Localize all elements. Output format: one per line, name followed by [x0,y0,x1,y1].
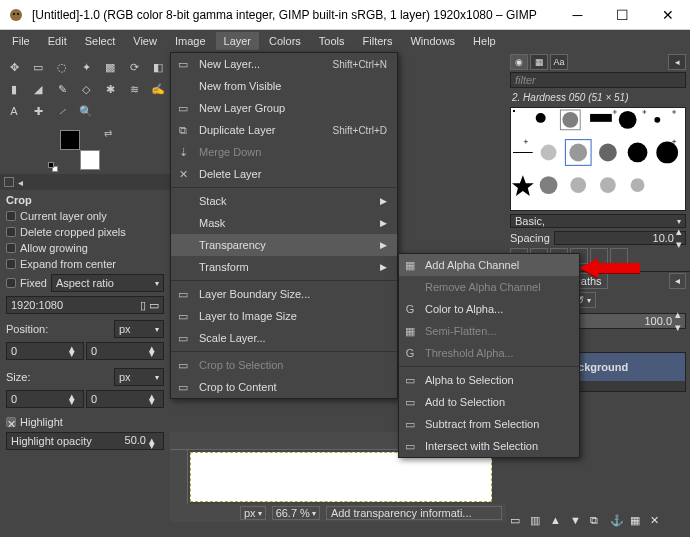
fg-color-swatch[interactable] [60,130,80,150]
tool-clone-icon[interactable]: ✱ [98,78,122,100]
chk-allow-growing[interactable] [6,243,16,253]
tool-free-select-icon[interactable]: ◌ [50,56,74,78]
submenu-item-intersect-with-selection[interactable]: ▭Intersect with Selection [399,435,579,457]
layer-up-icon[interactable]: ▲ [550,514,568,530]
layer-mask-icon[interactable]: ▦ [630,514,648,530]
menu-item-stack[interactable]: Stack▶ [171,190,397,212]
menu-item-transparency[interactable]: Transparency▶ [171,234,397,256]
menu-item-layer-boundary-size-[interactable]: ▭Layer Boundary Size... [171,283,397,305]
layer-delete-icon[interactable]: ✕ [650,514,668,530]
default-colors-icon[interactable] [48,162,58,172]
chk-delete-cropped[interactable] [6,227,16,237]
menu-tools[interactable]: Tools [311,32,353,50]
tool-measure-icon[interactable]: ⟋ [50,100,74,122]
size-y-field[interactable]: 0▴▾ [86,390,164,408]
tool-pencil-icon[interactable]: ✎ [50,78,74,100]
layer-new-icon[interactable]: ▭ [510,514,528,530]
tool-heal-icon[interactable]: ✚ [26,100,50,122]
chk-expand-center[interactable] [6,259,16,269]
position-unit-select[interactable]: px▾ [114,320,164,338]
layer-dup-icon[interactable]: ⧉ [590,514,608,530]
size-x-field[interactable]: 0▴▾ [6,390,84,408]
aspect-ratio-field[interactable]: 1920:1080 ▯▭ [6,296,164,314]
tool-path-icon[interactable]: ✍ [146,78,170,100]
brush-preset-select[interactable]: Basic,▾ [510,214,686,228]
submenu-item-add-to-selection[interactable]: ▭Add to Selection [399,391,579,413]
tool-crop-icon[interactable]: ▩ [98,56,122,78]
tab-fonts-icon[interactable]: Aa [550,54,568,70]
menu-item-crop-to-content[interactable]: ▭Crop to Content [171,376,397,398]
menu-item-duplicate-layer[interactable]: ⧉Duplicate LayerShift+Ctrl+D [171,119,397,141]
maximize-button[interactable]: ☐ [600,0,645,29]
fixed-mode-select[interactable]: Aspect ratio▾ [51,274,164,292]
chk-highlight[interactable]: ✕ [6,417,16,427]
menu-item-new-from-visible[interactable]: New from Visible [171,75,397,97]
brush-grid[interactable] [510,107,686,211]
tool-rect-select-icon[interactable]: ▭ [26,56,50,78]
menu-item-icon [175,215,191,231]
menu-item-scale-layer-[interactable]: ▭Scale Layer... [171,327,397,349]
canvas-unit-select[interactable]: px▾ [240,506,266,520]
tool-gradient-icon[interactable]: ◢ [26,78,50,100]
tool-move-icon[interactable]: ✥ [2,56,26,78]
brush-filter-input[interactable]: filter [510,72,686,88]
tool-options-tab[interactable]: ◂ [0,174,170,190]
canvas-page[interactable] [190,452,492,502]
tool-smudge-icon[interactable]: ≋ [122,78,146,100]
pos-y-field[interactable]: 0▴▾ [86,342,164,360]
chk-fixed[interactable] [6,278,16,288]
size-unit-select[interactable]: px▾ [114,368,164,386]
tool-text-icon[interactable]: A [2,100,26,122]
pos-x-field[interactable]: 0▴▾ [6,342,84,360]
menu-item-mask[interactable]: Mask▶ [171,212,397,234]
canvas-zoom-select[interactable]: 66.7 %▾ [272,506,320,520]
menu-help[interactable]: Help [465,32,504,50]
submenu-item-subtract-from-selection[interactable]: ▭Subtract from Selection [399,413,579,435]
close-button[interactable]: ✕ [645,0,690,29]
tool-warp-icon[interactable]: ◧ [146,56,170,78]
menu-view[interactable]: View [125,32,165,50]
layer-merge-icon[interactable]: ⚓ [610,514,628,530]
tool-bucket-icon[interactable]: ▮ [2,78,26,100]
brush-selected-label: 2. Hardness 050 (51 × 51) [506,90,690,105]
submenu-item-color-to-alpha-[interactable]: GColor to Alpha... [399,298,579,320]
layer-group-icon[interactable]: ▥ [530,514,548,530]
svg-point-21 [631,178,645,192]
tool-zoom-icon[interactable]: 🔍 [74,100,98,122]
menu-item-transform[interactable]: Transform▶ [171,256,397,278]
svg-point-0 [10,9,22,21]
submenu-item-add-alpha-channel[interactable]: ▦Add Alpha Channel [399,254,579,276]
menu-colors[interactable]: Colors [261,32,309,50]
tool-eraser-icon[interactable]: ◇ [74,78,98,100]
submenu-item-alpha-to-selection[interactable]: ▭Alpha to Selection [399,369,579,391]
tool-fuzzy-select-icon[interactable]: ✦ [74,56,98,78]
tool-rotate-icon[interactable]: ⟳ [122,56,146,78]
tab-brushes-icon[interactable]: ◉ [510,54,528,70]
tab-menu-icon[interactable]: ◂ [668,54,686,70]
menu-item-crop-to-selection: ▭Crop to Selection [171,354,397,376]
menu-layer[interactable]: Layer [216,32,260,50]
menu-item-layer-to-image-size[interactable]: ▭Layer to Image Size [171,305,397,327]
menu-item-new-layer-group[interactable]: ▭New Layer Group [171,97,397,119]
spacing-field[interactable]: 10.0▴▾ [554,231,686,245]
tab-patterns-icon[interactable]: ▦ [530,54,548,70]
menu-image[interactable]: Image [167,32,214,50]
color-swatch[interactable]: ⇄ [60,130,100,170]
menu-item-delete-layer[interactable]: ✕Delete Layer [171,163,397,185]
chk-current-layer[interactable] [6,211,16,221]
portrait-icon[interactable]: ▯ [140,299,146,312]
menu-item-new-layer-[interactable]: ▭New Layer...Shift+Ctrl+N [171,53,397,75]
menu-windows[interactable]: Windows [402,32,463,50]
landscape-icon[interactable]: ▭ [149,299,159,312]
swap-colors-icon[interactable]: ⇄ [104,128,112,139]
tab-layers-menu-icon[interactable]: ◂ [669,273,686,289]
highlight-opacity-field[interactable]: Highlight opacity 50.0▴▾ [6,432,164,450]
bg-color-swatch[interactable] [80,150,100,170]
menu-item-icon: ▭ [175,357,191,373]
minimize-button[interactable]: ─ [555,0,600,29]
menu-edit[interactable]: Edit [40,32,75,50]
menu-select[interactable]: Select [77,32,124,50]
layer-down-icon[interactable]: ▼ [570,514,588,530]
menu-filters[interactable]: Filters [355,32,401,50]
menu-file[interactable]: File [4,32,38,50]
